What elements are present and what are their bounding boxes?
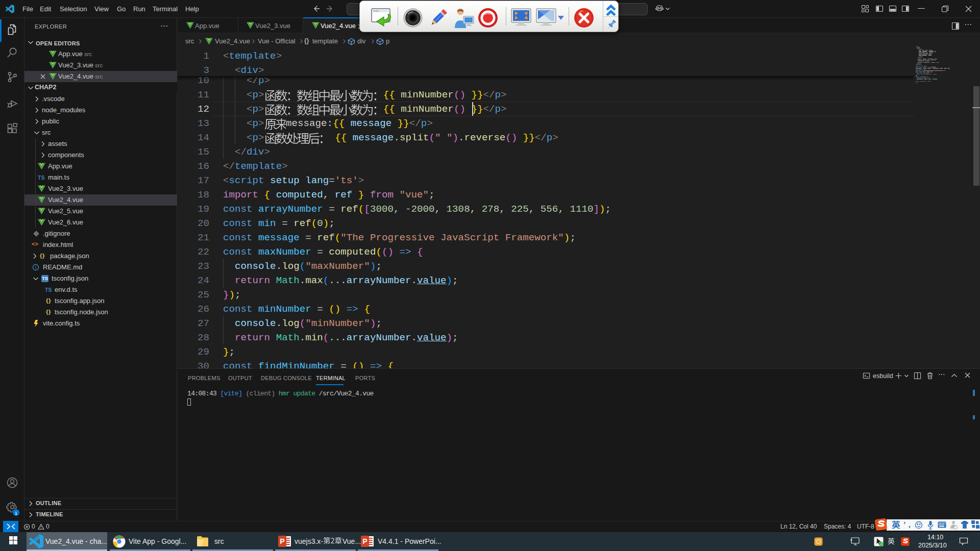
svg-text:P: P: [362, 537, 367, 545]
svg-text:P: P: [280, 537, 284, 545]
